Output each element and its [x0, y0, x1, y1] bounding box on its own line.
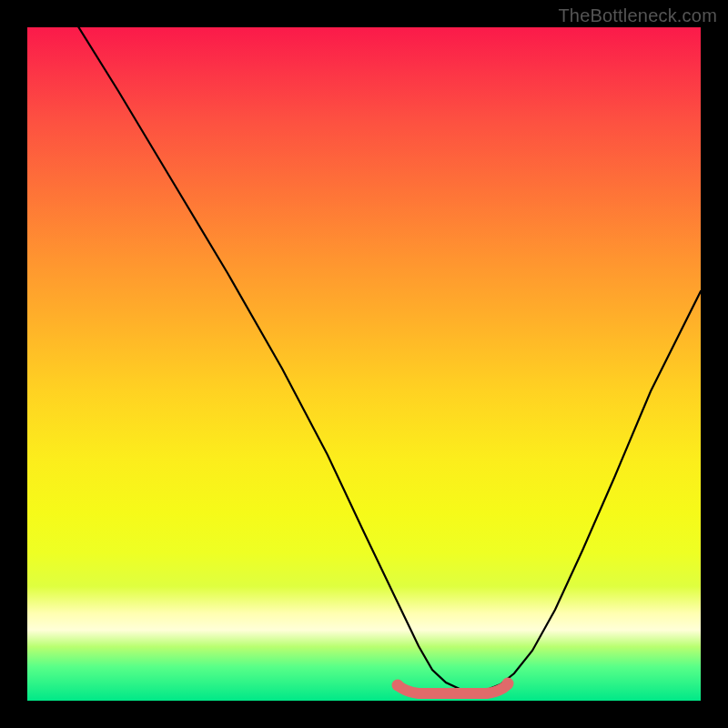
sweet-spot-end-right [502, 678, 514, 690]
watermark-text: TheBottleneck.com [558, 5, 717, 26]
chart-plot-area [27, 27, 701, 701]
bottleneck-curve [67, 27, 701, 692]
chart-svg [27, 27, 701, 701]
sweet-spot-end-left [392, 680, 404, 692]
